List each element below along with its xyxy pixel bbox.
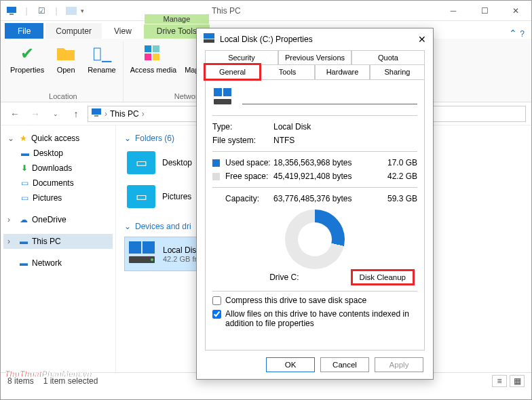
drive-large-icon [212,87,234,108]
pc-icon [6,5,17,16]
apply-button[interactable]: Apply [375,357,423,372]
watermark: ThuThuatPhanMem.vn [5,361,92,382]
sidebar-quick-access[interactable]: ⌄★Quick access [3,131,113,146]
pc-icon [91,108,102,119]
svg-rect-3 [145,45,151,52]
access-media-button[interactable]: Access media [128,41,179,75]
close-button[interactable]: ✕ [500,1,531,21]
used-bytes: 18,356,563,968 bytes [273,158,377,167]
media-icon [142,43,164,64]
tab-tools[interactable]: Tools [260,64,315,79]
qat-props-icon[interactable]: ☑ [36,5,47,16]
svg-rect-15 [204,33,214,39]
titlebar: | ☑ | ▾ This PC ─ ☐ ✕ [1,1,531,21]
qat-sep2: | [51,5,62,16]
sidebar-this-pc[interactable]: ›▬This PC [3,234,113,249]
download-icon: ⬇ [21,163,28,173]
network-icon: ▬ [20,258,28,268]
free-swatch [212,173,220,180]
tab-previous-versions[interactable]: Previous Versions [278,50,352,64]
usage-donut-chart [285,209,345,269]
used-gb: 17.0 GB [377,158,417,167]
sidebar-desktop[interactable]: ▬Desktop [3,146,113,161]
rename-button[interactable]: ⌷⎯Rename [85,41,119,75]
up-button[interactable]: ↑ [67,105,85,123]
qat-sep: | [21,5,32,16]
folder-icon[interactable] [66,5,77,16]
cloud-icon: ☁ [20,215,28,224]
svg-rect-12 [142,241,155,254]
fs-label: File system: [212,136,273,145]
svg-rect-1 [10,14,14,15]
view-large-button[interactable]: ▦ [510,375,525,387]
properties-button[interactable]: ✔Properties [7,41,47,75]
index-checkbox[interactable]: Allow files on this drive to have conten… [212,309,417,328]
qat-dropdown-icon[interactable]: ▾ [81,7,84,14]
properties-dialog: Local Disk (C:) Properties ✕ Security Pr… [196,28,434,380]
chevron-down-icon: ⌄ [124,134,131,143]
ok-button[interactable]: OK [266,357,315,372]
document-icon: ▭ [21,178,28,188]
svg-rect-4 [153,45,159,52]
svg-rect-5 [145,54,151,60]
desktop-icon: ▬ [21,148,29,158]
tab-quota[interactable]: Quota [352,50,425,64]
forward-button[interactable]: → [26,105,44,123]
svg-rect-0 [7,7,16,13]
svg-rect-6 [153,54,159,60]
type-label: Type: [212,122,273,132]
dialog-title: Local Disk (C:) Properties [220,35,313,44]
free-label: Free space: [225,172,268,181]
svg-point-14 [151,258,153,261]
sidebar-pictures[interactable]: ▭Pictures [3,191,113,205]
dialog-close-button[interactable]: ✕ [418,34,426,45]
minimize-button[interactable]: ─ [438,1,469,21]
svg-rect-10 [94,115,98,117]
desktop-folder-icon: ▭ [127,151,155,174]
disk-icon [128,240,156,268]
sidebar-downloads[interactable]: ⬇Downloads [3,161,113,176]
svg-rect-18 [223,88,231,96]
view-details-button[interactable]: ≡ [492,375,507,387]
drive-c-label: Drive C: [269,273,299,282]
pictures-folder-icon: ▭ [127,185,155,208]
capacity-gb: 59.3 GB [377,194,417,203]
svg-rect-19 [214,99,231,104]
checkmark-icon: ✔ [16,43,38,64]
used-label: Used space: [225,158,271,167]
drive-name-field[interactable] [242,91,417,104]
maximize-button[interactable]: ☐ [469,1,500,21]
tab-hardware[interactable]: Hardware [315,64,370,79]
svg-rect-11 [129,241,141,254]
sidebar-network[interactable]: ▬Network [3,256,113,271]
disk-cleanup-button[interactable]: Disk Cleanup [352,271,413,284]
group-location-label: Location [49,91,77,102]
capacity-bytes: 63,776,485,376 bytes [273,194,377,203]
free-gb: 42.2 GB [377,172,417,181]
type-value: Local Disk [273,122,311,132]
back-button[interactable]: ← [6,105,24,123]
window-title: This PC [212,6,241,16]
breadcrumb-root[interactable]: This PC [110,109,139,119]
history-dropdown[interactable]: ⌄ [47,105,64,123]
svg-rect-9 [92,108,101,115]
tab-file[interactable]: File [5,23,43,39]
compress-checkbox[interactable]: Compress this drive to save disk space [212,296,417,305]
tab-general[interactable]: General [205,64,260,79]
open-button[interactable]: Open [50,41,82,75]
picture-icon: ▭ [21,193,28,203]
folder-open-icon [55,43,77,64]
tab-sharing[interactable]: Sharing [370,64,425,79]
tab-computer[interactable]: Computer [45,23,102,39]
tab-security[interactable]: Security [205,50,278,64]
chevron-down-icon: ⌄ [124,222,131,231]
svg-rect-16 [204,39,214,43]
sidebar-documents[interactable]: ▭Documents [3,176,113,191]
tab-view[interactable]: View [104,23,142,39]
svg-rect-2 [66,7,77,15]
help-icon[interactable]: ⌃ ? [509,28,525,39]
cancel-button[interactable]: Cancel [320,357,369,372]
rename-icon: ⌷⎯ [91,43,113,64]
svg-rect-17 [214,88,222,96]
sidebar-onedrive[interactable]: ›☁OneDrive [3,212,113,227]
